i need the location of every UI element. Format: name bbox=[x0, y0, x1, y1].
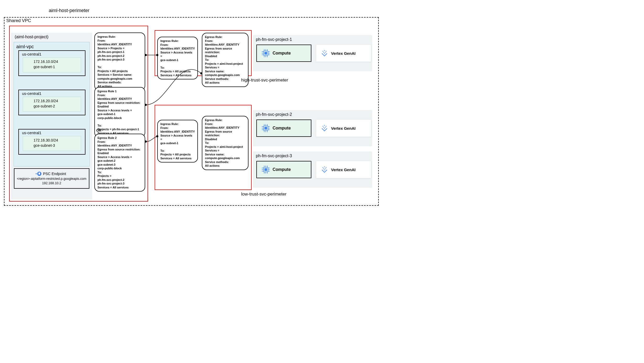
vertex-icon bbox=[321, 49, 328, 57]
host-egress-rule-1: Egress Rule 1 From: Identities:ANY_IDENT… bbox=[94, 87, 145, 137]
subnet-3-name: gce-subnet-3 bbox=[34, 143, 77, 148]
high-trust-label: high-trust-svc-perimeter bbox=[241, 78, 288, 83]
psc-host: <region>-aiplatform-restricted.p.googlea… bbox=[17, 177, 86, 181]
svg-point-57 bbox=[323, 167, 323, 168]
svg-point-15 bbox=[323, 51, 323, 52]
shared-vpc-label: Shared VPC bbox=[6, 18, 31, 23]
svg-point-16 bbox=[324, 50, 325, 51]
svg-point-39 bbox=[323, 127, 324, 128]
compute-icon bbox=[261, 123, 270, 133]
subnet-3-cidr: 172.16.30.0/24 bbox=[34, 138, 77, 143]
vertex-label: Vertex GenAI bbox=[331, 126, 355, 131]
svg-point-60 bbox=[323, 169, 324, 169]
psc-title: PSC Endpoint bbox=[43, 172, 66, 176]
vertex-icon bbox=[321, 166, 328, 174]
svg-point-62 bbox=[324, 170, 325, 170]
svg-point-38 bbox=[326, 126, 327, 127]
host-ingress-rule: Ingress Rule: From: Identities:ANY_IDENT… bbox=[94, 32, 145, 90]
low-trust-label: low-trust-svc-perimeter bbox=[241, 192, 286, 197]
svg-point-37 bbox=[324, 125, 325, 126]
svc-project-2-title: ph-fm-svc-project-2 bbox=[256, 112, 292, 117]
subnet-1-region: us-central1 bbox=[22, 52, 41, 56]
compute-label: Compute bbox=[273, 167, 291, 172]
svg-point-20 bbox=[324, 53, 325, 54]
connector-dot bbox=[156, 54, 158, 56]
svg-point-36 bbox=[323, 126, 323, 127]
perimeter-title-host: aiml-host-perimeter bbox=[49, 8, 89, 13]
svg-point-61 bbox=[325, 169, 326, 169]
svg-point-41 bbox=[324, 128, 325, 129]
svc-project-1-title: ph-fm-svc-project-1 bbox=[256, 37, 292, 42]
psc-endpoint: PSC Endpoint <region>-aiplatform-restric… bbox=[14, 168, 89, 189]
svc-project-2-compute: Compute bbox=[256, 120, 311, 137]
connector-dot bbox=[156, 135, 158, 137]
svg-point-58 bbox=[324, 166, 325, 167]
compute-icon bbox=[261, 48, 270, 58]
vpc-title: aiml-vpc bbox=[16, 44, 34, 50]
svc-project-3-vertex: Vertex GenAI bbox=[316, 161, 371, 178]
svg-rect-22 bbox=[265, 127, 267, 129]
connector-dot bbox=[200, 72, 202, 74]
svc-project-3-compute: Compute bbox=[256, 161, 311, 178]
subnet-3: us-central1 172.16.30.0/24 gce-subnet-3 bbox=[18, 129, 85, 155]
subnet-1-name: gce-subnet-1 bbox=[34, 64, 77, 69]
connector-dot bbox=[145, 104, 147, 106]
host-egress-rule-2: Egress Rule 2 From: Identities:ANY_IDENT… bbox=[94, 134, 145, 192]
vertex-label: Vertex GenAI bbox=[331, 51, 355, 56]
compute-label: Compute bbox=[273, 126, 291, 131]
or-label: OR bbox=[96, 128, 101, 132]
subnet-2-cidr: 172.16.20.0/24 bbox=[34, 98, 77, 104]
svc-project-3-title: ph-fm-svc-project-3 bbox=[256, 154, 292, 158]
high-ingress-rule: Ingress Rule: From: Identities:ANY_IDENT… bbox=[157, 37, 198, 79]
connector-dot bbox=[145, 54, 147, 56]
svg-point-18 bbox=[323, 52, 324, 53]
connector-dot bbox=[145, 140, 147, 143]
svc-project-2-vertex: Vertex GenAI bbox=[316, 120, 371, 137]
svg-point-40 bbox=[325, 127, 326, 128]
svc-project-1-compute: Compute bbox=[256, 45, 311, 62]
vertex-label: Vertex GenAI bbox=[331, 167, 355, 172]
subnet-1-cidr: 172.16.10.0/24 bbox=[34, 59, 77, 64]
low-ingress-rule: Ingress Rule: From: Identities:ANY_IDENT… bbox=[157, 120, 198, 162]
psc-ip: 192.168.10.2 bbox=[42, 181, 61, 186]
svg-rect-1 bbox=[265, 52, 267, 55]
low-egress-rule: Egress Rule: From: Identities:ANY_IDENTI… bbox=[202, 116, 248, 170]
host-project-title: (aiml-host-project) bbox=[15, 35, 48, 39]
subnet-2: us-central1 172.16.20.0/24 gce-subnet-2 bbox=[18, 90, 85, 115]
subnet-2-region: us-central1 bbox=[22, 91, 41, 96]
svc-project-1-vertex: Vertex GenAI bbox=[316, 45, 371, 62]
subnet-3-region: us-central1 bbox=[22, 131, 41, 135]
subnet-1: us-central1 172.16.10.0/24 gce-subnet-1 bbox=[18, 50, 85, 76]
svg-point-59 bbox=[326, 167, 327, 168]
vertex-icon bbox=[321, 124, 328, 132]
subnet-2-name: gce-subnet-2 bbox=[34, 104, 77, 109]
svg-point-19 bbox=[325, 52, 326, 53]
svg-rect-43 bbox=[265, 169, 267, 171]
psc-icon bbox=[37, 172, 41, 176]
svg-point-17 bbox=[326, 51, 327, 52]
compute-icon bbox=[261, 165, 270, 174]
compute-label: Compute bbox=[273, 51, 291, 56]
